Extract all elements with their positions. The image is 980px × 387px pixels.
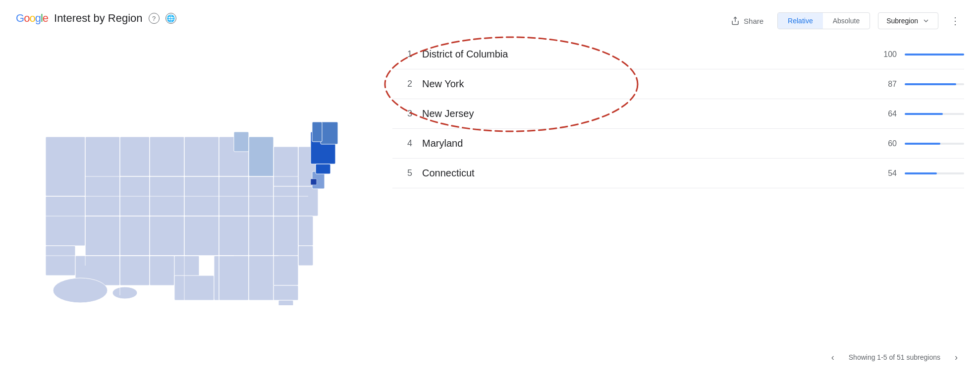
rank-bar-container xyxy=(905,143,964,145)
svg-rect-42 xyxy=(316,164,330,174)
more-options-button[interactable]: ⋮ xyxy=(946,12,964,30)
svg-rect-23 xyxy=(219,256,249,300)
svg-rect-43 xyxy=(321,122,338,144)
subregion-label: Subregion xyxy=(886,17,918,25)
svg-rect-30 xyxy=(273,186,298,216)
table-row[interactable]: 4 Maryland 60 xyxy=(392,129,964,159)
prev-icon: ‹ xyxy=(831,352,834,363)
svg-rect-32 xyxy=(278,300,293,305)
svg-rect-36 xyxy=(298,246,313,266)
table-row[interactable]: 5 Connecticut 54 xyxy=(392,159,964,188)
toggle-group: Relative Absolute xyxy=(777,12,870,29)
globe-icon[interactable]: 🌐 xyxy=(165,13,176,24)
right-panel: Share Relative Absolute Subregion ⋮ xyxy=(363,12,964,375)
dc-marker xyxy=(311,179,317,185)
svg-rect-37 xyxy=(249,137,273,176)
rank-number: 4 xyxy=(392,138,412,149)
google-logo: Google xyxy=(16,12,48,25)
rank-name: New York xyxy=(422,78,877,90)
table-row[interactable]: 2 New York 87 xyxy=(392,69,964,99)
header: Google Interest by Region ? 🌐 xyxy=(16,12,363,25)
rank-value: 100 xyxy=(877,50,897,59)
next-page-button[interactable]: › xyxy=(948,349,964,365)
svg-rect-28 xyxy=(273,256,298,285)
toolbar: Share Relative Absolute Subregion ⋮ xyxy=(392,12,964,30)
rank-value: 60 xyxy=(877,139,897,148)
rank-bar-container xyxy=(905,172,964,174)
svg-rect-35 xyxy=(298,216,313,246)
pagination-label: Showing 1-5 of 51 subregions xyxy=(849,353,940,361)
table-row[interactable]: 1 District of Columbia 100 xyxy=(392,40,964,69)
rank-bar-container xyxy=(905,83,964,85)
pagination: ‹ Showing 1-5 of 51 subregions › xyxy=(392,339,964,375)
svg-rect-15 xyxy=(184,137,219,176)
svg-rect-27 xyxy=(273,216,298,256)
left-panel: Google Interest by Region ? 🌐 xyxy=(16,12,363,375)
svg-rect-7 xyxy=(120,216,150,256)
svg-rect-25 xyxy=(249,216,273,256)
svg-rect-1 xyxy=(46,196,85,246)
rank-bar xyxy=(905,83,956,85)
table-row[interactable]: 3 New Jersey 64 xyxy=(392,99,964,129)
svg-rect-0 xyxy=(46,137,85,196)
svg-rect-22 xyxy=(219,216,249,256)
rank-number: 3 xyxy=(392,109,412,119)
map-area xyxy=(16,37,363,375)
svg-rect-4 xyxy=(120,137,150,176)
subregion-dropdown[interactable]: Subregion xyxy=(878,12,938,29)
svg-rect-9 xyxy=(120,256,150,285)
svg-rect-29 xyxy=(273,147,298,186)
rank-number: 1 xyxy=(392,49,412,59)
help-icon[interactable]: ? xyxy=(149,13,160,24)
share-button[interactable]: Share xyxy=(725,12,769,29)
rank-value: 87 xyxy=(877,80,897,89)
absolute-button[interactable]: Absolute xyxy=(823,13,870,29)
svg-rect-6 xyxy=(85,216,120,256)
rank-value: 54 xyxy=(877,169,897,178)
svg-point-46 xyxy=(112,287,137,299)
svg-rect-44 xyxy=(312,122,322,142)
share-label: Share xyxy=(744,17,763,25)
relative-button[interactable]: Relative xyxy=(778,13,823,29)
rank-name: District of Columbia xyxy=(422,49,877,60)
us-map xyxy=(36,107,343,305)
svg-rect-2 xyxy=(46,246,75,276)
page-title: Interest by Region xyxy=(54,12,143,25)
rankings-list: 1 District of Columbia 100 2 New York 87… xyxy=(392,40,964,339)
next-icon: › xyxy=(955,352,958,363)
rank-value: 64 xyxy=(877,110,897,118)
rank-name: Maryland xyxy=(422,138,877,149)
svg-rect-18 xyxy=(174,276,214,300)
rank-number: 5 xyxy=(392,168,412,178)
rank-bar xyxy=(905,143,940,145)
rank-bar xyxy=(905,113,943,115)
more-icon: ⋮ xyxy=(950,15,960,27)
svg-rect-13 xyxy=(150,256,174,285)
rank-name: Connecticut xyxy=(422,167,877,179)
svg-rect-12 xyxy=(150,216,184,256)
svg-rect-10 xyxy=(150,137,184,176)
svg-rect-17 xyxy=(184,216,219,256)
rank-bar-container xyxy=(905,113,964,115)
svg-rect-38 xyxy=(234,132,249,152)
svg-point-45 xyxy=(53,278,108,303)
prev-page-button[interactable]: ‹ xyxy=(825,349,841,365)
rank-bar-container xyxy=(905,54,964,55)
svg-rect-31 xyxy=(273,285,298,300)
rank-number: 2 xyxy=(392,79,412,89)
rank-bar xyxy=(905,172,937,174)
svg-rect-34 xyxy=(298,186,318,216)
rank-bar xyxy=(905,54,964,55)
rank-name: New Jersey xyxy=(422,108,877,119)
